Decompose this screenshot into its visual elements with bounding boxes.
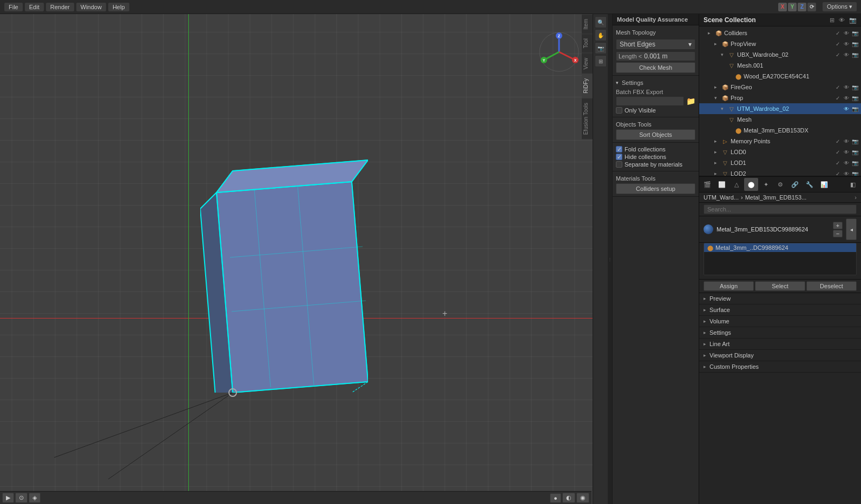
- side-label-tool[interactable]: Tool: [582, 34, 593, 52]
- menu-help[interactable]: Help: [108, 3, 129, 11]
- check-mesh-btn[interactable]: Check Mesh: [616, 62, 695, 73]
- check-lod1[interactable]: ✓: [834, 159, 842, 167]
- eye-prop[interactable]: 👁: [843, 94, 850, 102]
- eye-lod0[interactable]: 👁: [843, 148, 850, 156]
- zoom-btn[interactable]: 🔍: [595, 16, 607, 28]
- eye-lod2[interactable]: 👁: [843, 170, 850, 176]
- props-section-volume[interactable]: ▸ Volume: [699, 316, 861, 327]
- cam-lod1[interactable]: 📷: [851, 159, 859, 167]
- tree-item-utm[interactable]: ▾ ▽ UTM_Wardrobe_02 👁 📷: [699, 103, 861, 114]
- props-icon-particles[interactable]: ✦: [759, 178, 773, 191]
- hide-collections-checkbox[interactable]: ✓: [616, 154, 622, 160]
- tree-item-memory[interactable]: ▸ ▷ Memory Points ✓ 👁 📷: [699, 136, 861, 147]
- tree-item-ubx[interactable]: ▾ ▽ UBX_Wardrobe_02 ✓ 👁 📷: [699, 49, 861, 60]
- tree-item-lod1[interactable]: ▸ ▽ LOD1 ✓ 👁 📷: [699, 157, 861, 168]
- check-memory[interactable]: ✓: [834, 137, 842, 145]
- menu-file[interactable]: File: [4, 3, 23, 11]
- props-search-input[interactable]: [704, 204, 857, 214]
- sort-objects-btn[interactable]: Sort Objects: [616, 129, 695, 140]
- props-icon-mesh[interactable]: △: [729, 178, 744, 191]
- props-icon-view[interactable]: ◧: [846, 178, 860, 191]
- cam-memory[interactable]: 📷: [851, 137, 859, 145]
- check-firegeo[interactable]: ✓: [834, 83, 842, 91]
- check-lod2[interactable]: ✓: [834, 170, 842, 176]
- tree-item-mesh[interactable]: ▽ Mesh: [699, 114, 861, 125]
- tree-item-lod0[interactable]: ▸ ▽ LOD0 ✓ 👁 📷: [699, 147, 861, 157]
- viewport-xray-btn[interactable]: ◈: [29, 493, 41, 503]
- panel-divider[interactable]: ⋮: [608, 14, 612, 504]
- eye-icon[interactable]: 👁: [843, 40, 850, 48]
- viewport-overlay-btn[interactable]: ⊙: [15, 493, 28, 503]
- eye-ubx[interactable]: 👁: [843, 51, 850, 58]
- viewport-shading-btn[interactable]: ▶: [2, 493, 14, 503]
- assign-btn[interactable]: Assign: [704, 281, 754, 291]
- props-section-viewport[interactable]: ▸ Viewport Display: [699, 350, 861, 361]
- folder-icon[interactable]: 📁: [686, 97, 695, 105]
- separate-by-materials-checkbox[interactable]: [616, 161, 622, 168]
- menu-render[interactable]: Render: [46, 3, 74, 11]
- axis-extra-icon[interactable]: ⟳: [807, 3, 816, 11]
- check-icon[interactable]: ✓: [834, 40, 842, 48]
- mat-add-btn[interactable]: +: [833, 222, 843, 229]
- cam-utm[interactable]: 📷: [851, 105, 859, 112]
- props-icon-physics[interactable]: ⚙: [773, 178, 787, 191]
- scene-panel-filter-icon[interactable]: ⊞: [830, 17, 834, 24]
- props-icon-constraints[interactable]: 🔗: [788, 178, 802, 191]
- colliders-setup-btn[interactable]: Colliders setup: [616, 183, 695, 194]
- camera-btn[interactable]: 📷: [595, 42, 607, 54]
- short-edges-dropdown[interactable]: Short Edges ▾: [616, 39, 695, 50]
- eye-lod1[interactable]: 👁: [843, 159, 850, 167]
- tree-item-prop[interactable]: ▾ 📦 Prop ✓ 👁 📷: [699, 92, 861, 103]
- cam-icon[interactable]: 📷: [851, 40, 859, 48]
- tree-cam-icon[interactable]: 📷: [851, 29, 859, 37]
- tree-item-wood[interactable]: ⬤ Wood_EA270CE454C41: [699, 71, 861, 82]
- settings-header[interactable]: ▾ Settings: [616, 78, 695, 88]
- eye-memory[interactable]: 👁: [843, 137, 850, 145]
- eye-firegeo[interactable]: 👁: [843, 83, 850, 91]
- check-utm[interactable]: 👁: [843, 105, 850, 112]
- fold-collections-checkbox[interactable]: ✓: [616, 146, 622, 152]
- breadcrumb-right-arrow[interactable]: ›: [855, 194, 857, 201]
- side-label-item[interactable]: Item: [582, 14, 593, 34]
- viewport[interactable]: + Z X Y 🔍 ✋ 📷 ⊞: [0, 14, 608, 504]
- viewport-shading-solid-btn[interactable]: ●: [550, 493, 561, 503]
- tree-check-icon[interactable]: ✓: [834, 29, 842, 37]
- axis-y-icon[interactable]: Y: [788, 3, 797, 11]
- props-section-preview[interactable]: ▸ Preview: [699, 293, 861, 304]
- check-lod0[interactable]: ✓: [834, 148, 842, 156]
- props-icon-object[interactable]: ⬜: [715, 178, 729, 191]
- side-label-view[interactable]: View: [582, 53, 593, 74]
- deselect-btn[interactable]: Deselect: [806, 281, 857, 291]
- menu-edit[interactable]: Edit: [25, 3, 44, 11]
- hand-btn[interactable]: ✋: [595, 29, 607, 41]
- props-icon-material[interactable]: ⬤: [744, 178, 758, 191]
- mat-triangle-btn[interactable]: ◂: [846, 218, 857, 240]
- props-section-surface[interactable]: ▸ Surface: [699, 304, 861, 316]
- select-btn[interactable]: Select: [755, 281, 805, 291]
- props-icon-modifiers[interactable]: 🔧: [803, 178, 817, 191]
- tree-item-mesh001[interactable]: ▽ Mesh.001: [699, 60, 861, 71]
- menu-window[interactable]: Window: [76, 3, 106, 11]
- scene-panel-camera-icon[interactable]: 📷: [849, 17, 857, 24]
- cam-lod2[interactable]: 📷: [851, 170, 859, 176]
- orientation-gizmo[interactable]: Z X Y: [537, 30, 581, 74]
- cam-firegeo[interactable]: 📷: [851, 83, 859, 91]
- tree-item-lod2[interactable]: ▸ ▽ LOD2 ✓ 👁 📷: [699, 168, 861, 176]
- props-section-settings[interactable]: ▸ Settings: [699, 327, 861, 339]
- axis-x-icon[interactable]: X: [778, 3, 787, 11]
- mat-remove-btn[interactable]: −: [833, 230, 843, 237]
- tree-item-firegeo[interactable]: ▸ 📦 FireGeo ✓ 👁 📷: [699, 82, 861, 92]
- props-icon-scene[interactable]: 🎬: [700, 178, 714, 191]
- scene-panel-eye-icon[interactable]: 👁: [839, 17, 845, 23]
- materials-tools-header[interactable]: Materials Tools: [616, 174, 695, 183]
- check-ubx[interactable]: ✓: [834, 51, 842, 58]
- material-list-item[interactable]: ⬤ Metal_3mm_..DC99889624: [704, 243, 856, 252]
- side-label-efusion[interactable]: Efusion Tools: [582, 98, 593, 139]
- cam-lod0[interactable]: 📷: [851, 148, 859, 156]
- objects-tools-header[interactable]: Objects Tools: [616, 120, 695, 129]
- props-section-custom[interactable]: ▸ Custom Properties: [699, 361, 861, 373]
- check-prop[interactable]: ✓: [834, 94, 842, 102]
- tree-eye-icon[interactable]: 👁: [843, 29, 850, 37]
- viewport-shading-render-btn[interactable]: ◉: [576, 493, 589, 503]
- props-section-lineart[interactable]: ▸ Line Art: [699, 339, 861, 350]
